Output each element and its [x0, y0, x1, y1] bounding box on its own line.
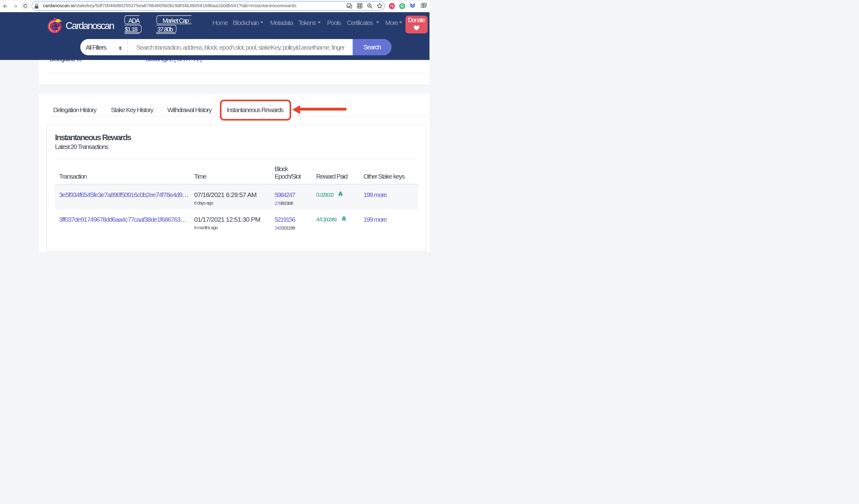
svg-text:Market Cap :: Market Cap :: [163, 17, 191, 24]
svg-text:37.80b: 37.80b: [157, 26, 174, 33]
svg-text:ADA: ADA: [129, 17, 140, 24]
svg-text:$1.18: $1.18: [125, 26, 138, 33]
